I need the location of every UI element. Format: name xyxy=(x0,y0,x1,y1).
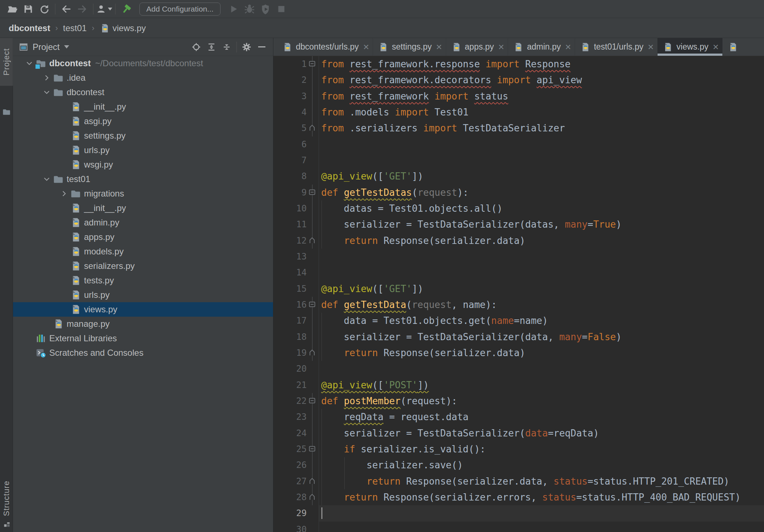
editor-gutter[interactable]: 3 xyxy=(273,88,319,104)
code-text[interactable]: def postMember(request): xyxy=(319,393,764,409)
code-line-9[interactable]: 9def getTestDatas(request): xyxy=(273,185,764,200)
tree-item-dbcontest[interactable]: dbcontest~/Documents/test/dbcontest xyxy=(13,56,273,71)
fold-end-icon[interactable] xyxy=(308,124,316,131)
code-text[interactable] xyxy=(319,136,764,152)
close-icon[interactable]: × xyxy=(498,42,504,52)
fold-end-icon[interactable] xyxy=(308,477,316,485)
tree-item-apps-py[interactable]: apps.py xyxy=(13,230,273,244)
add-configuration-button[interactable]: Add Configuration... xyxy=(139,3,221,16)
settings-gear-icon[interactable] xyxy=(239,40,254,54)
run-icon[interactable] xyxy=(226,2,242,16)
chevron-down-icon[interactable] xyxy=(64,45,69,48)
editor-gutter[interactable]: 20 xyxy=(273,361,319,377)
code-line-6[interactable]: 6 xyxy=(273,136,764,152)
code-line-2[interactable]: 2from rest_framework.decorators import a… xyxy=(273,72,764,88)
debug-icon[interactable] xyxy=(242,2,257,16)
editor-gutter[interactable]: 28 xyxy=(273,489,319,505)
chevron-down-icon[interactable] xyxy=(41,174,52,185)
code-text[interactable] xyxy=(319,361,764,377)
editor-tab-views-py[interactable]: views.py× xyxy=(658,38,723,56)
tree-item-test01[interactable]: test01 xyxy=(13,172,273,186)
editor-tab-overflow[interactable] xyxy=(723,38,737,56)
editor-tab-test01-urls-py[interactable]: test01/urls.py× xyxy=(575,38,658,56)
code-line-21[interactable]: 21@api_view(['POST']) xyxy=(273,377,764,393)
fold-collapse-icon[interactable] xyxy=(308,60,316,67)
editor-gutter[interactable]: 17 xyxy=(273,313,319,329)
tree-item-migrations[interactable]: migrations xyxy=(13,186,273,201)
code-line-12[interactable]: 12 return Response(serializer.data) xyxy=(273,233,764,249)
code-line-19[interactable]: 19 return Response(serializer.data) xyxy=(273,345,764,361)
editor-tab-admin-py[interactable]: admin.py× xyxy=(508,38,575,56)
editor-tab-apps-py[interactable]: apps.py× xyxy=(446,38,508,56)
stop-icon[interactable] xyxy=(273,2,289,16)
code-editor[interactable]: 1from rest_framework.response import Res… xyxy=(273,56,764,532)
chevron-right-icon[interactable] xyxy=(59,188,70,199)
editor-gutter[interactable]: 6 xyxy=(273,136,319,152)
chevron-down-icon[interactable] xyxy=(24,58,35,69)
editor-gutter[interactable]: 27 xyxy=(273,473,319,489)
editor-gutter[interactable]: 8 xyxy=(273,168,319,184)
code-text[interactable]: from .models import Test01 xyxy=(319,104,764,120)
code-line-7[interactable]: 7 xyxy=(273,152,764,168)
tree-item-wsgi-py[interactable]: wsgi.py xyxy=(13,157,273,172)
breadcrumb-item[interactable]: views.py xyxy=(100,23,146,33)
editor-gutter[interactable]: 23 xyxy=(273,409,319,425)
editor-gutter[interactable]: 24 xyxy=(273,425,319,441)
editor-gutter[interactable]: 16 xyxy=(273,297,319,313)
tree-item-models-py[interactable]: models.py xyxy=(13,244,273,259)
editor-gutter[interactable]: 21 xyxy=(273,377,319,393)
code-text[interactable]: from rest_framework.response import Resp… xyxy=(319,56,764,72)
tree-item-urls-py[interactable]: urls.py xyxy=(13,143,273,157)
back-icon[interactable] xyxy=(58,2,74,16)
editor-gutter[interactable]: 29 xyxy=(273,505,319,521)
project-stripe-folder-icon[interactable] xyxy=(2,107,11,116)
code-line-13[interactable]: 13 xyxy=(273,249,764,265)
tool-window-tab-structure[interactable]: Structure xyxy=(0,476,13,521)
code-line-17[interactable]: 17 data = Test01.objects.get(name=name) xyxy=(273,313,764,329)
open-project-icon[interactable] xyxy=(4,2,20,16)
editor-gutter[interactable]: 18 xyxy=(273,329,319,345)
locate-file-icon[interactable] xyxy=(189,40,204,54)
code-text[interactable]: from rest_framework import status xyxy=(319,88,764,104)
code-line-30[interactable]: 30 xyxy=(273,522,764,532)
code-text[interactable] xyxy=(319,522,764,532)
close-icon[interactable]: × xyxy=(436,42,442,52)
breadcrumb-item[interactable]: dbcontest xyxy=(9,23,50,33)
close-icon[interactable]: × xyxy=(648,42,654,52)
code-text[interactable] xyxy=(319,249,764,265)
hide-panel-icon[interactable] xyxy=(254,40,269,54)
code-line-25[interactable]: 25 if serializer.is_valid(): xyxy=(273,441,764,457)
editor-gutter[interactable]: 15 xyxy=(273,281,319,297)
editor-gutter[interactable]: 13 xyxy=(273,249,319,265)
editor-gutter[interactable]: 10 xyxy=(273,200,319,216)
code-line-23[interactable]: 23 reqData = request.data xyxy=(273,409,764,425)
tree-item--idea[interactable]: .idea xyxy=(13,71,273,85)
code-text[interactable] xyxy=(319,505,764,521)
breadcrumb-item[interactable]: test01 xyxy=(63,23,87,33)
code-text[interactable]: return Response(serializer.errors, statu… xyxy=(319,489,764,505)
code-text[interactable]: return Response(serializer.data) xyxy=(319,233,764,249)
editor-gutter[interactable]: 26 xyxy=(273,457,319,473)
tree-item-settings-py[interactable]: settings.py xyxy=(13,128,273,143)
tree-item-admin-py[interactable]: admin.py xyxy=(13,215,273,230)
code-text[interactable]: @api_view(['POST']) xyxy=(319,377,764,393)
user-icon[interactable] xyxy=(96,2,112,16)
tree-item-scratches-and-consoles[interactable]: Scratches and Consoles xyxy=(13,346,273,360)
code-text[interactable]: from .serializers import TestDataSeriali… xyxy=(319,120,764,136)
editor-gutter[interactable]: 4 xyxy=(273,104,319,120)
tree-item--init-py[interactable]: __init__.py xyxy=(13,201,273,215)
code-line-15[interactable]: 15@api_view(['GET']) xyxy=(273,281,764,297)
editor-gutter[interactable]: 22 xyxy=(273,393,319,409)
code-text[interactable] xyxy=(319,152,764,168)
build-hammer-icon[interactable] xyxy=(118,2,134,16)
fold-collapse-icon[interactable] xyxy=(308,301,316,308)
tool-window-tab-project[interactable]: Project xyxy=(0,38,13,86)
editor-gutter[interactable]: 7 xyxy=(273,152,319,168)
code-line-22[interactable]: 22def postMember(request): xyxy=(273,393,764,409)
code-text[interactable]: data = Test01.objects.get(name=name) xyxy=(319,313,764,329)
chevron-right-icon[interactable] xyxy=(41,72,52,83)
code-line-5[interactable]: 5from .serializers import TestDataSerial… xyxy=(273,120,764,136)
code-line-14[interactable]: 14 xyxy=(273,265,764,280)
code-text[interactable]: def getTestData(request, name): xyxy=(319,297,764,313)
save-all-icon[interactable] xyxy=(20,2,36,16)
